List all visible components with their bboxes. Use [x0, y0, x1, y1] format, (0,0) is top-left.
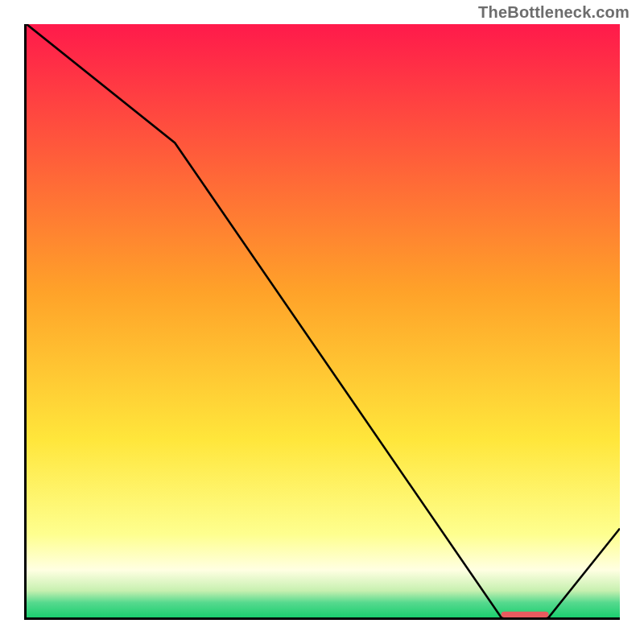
chart-container: TheBottleneck.com [0, 0, 644, 644]
gradient-background [27, 24, 620, 617]
optimal-range-marker [502, 612, 549, 617]
plot-area [24, 24, 620, 620]
watermark-label: TheBottleneck.com [478, 3, 630, 22]
chart-svg [27, 24, 620, 617]
